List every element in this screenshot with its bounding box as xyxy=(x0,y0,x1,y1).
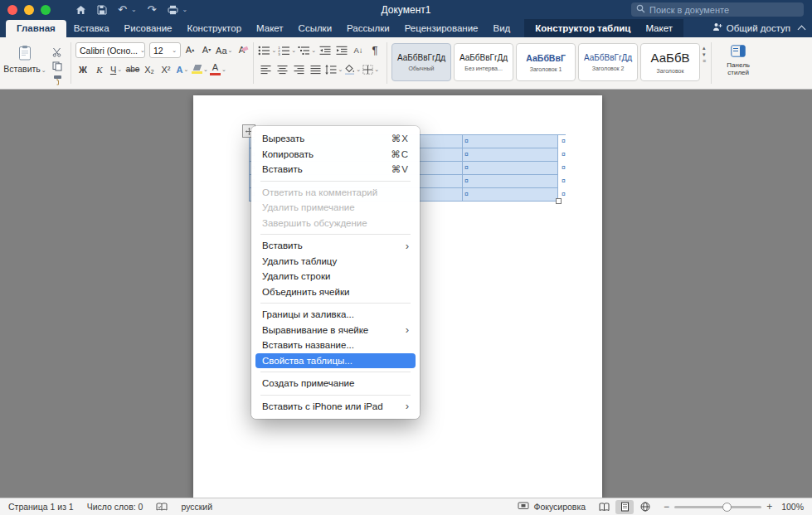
numbered-list-button[interactable]: 123⌄ xyxy=(278,42,296,58)
style-card-heading1[interactable]: АаБбВвГ Заголовок 1 xyxy=(516,43,576,81)
home-icon[interactable] xyxy=(75,5,86,15)
shrink-font-button[interactable]: А▾ xyxy=(199,42,214,58)
zoom-out-button[interactable]: − xyxy=(664,501,669,513)
align-left-button[interactable] xyxy=(258,61,273,77)
menu-item-delete-rows[interactable]: Удалить строки xyxy=(251,269,420,284)
gallery-up-icon[interactable]: ▴ xyxy=(703,45,706,51)
share-button[interactable]: Общий доступ xyxy=(712,22,790,33)
cut-icon[interactable] xyxy=(50,45,65,59)
zoom-in-button[interactable]: + xyxy=(766,501,772,513)
bullet-list-button[interactable]: ⌄ xyxy=(258,42,276,58)
text-effects-button[interactable]: А⌄ xyxy=(175,61,190,77)
bold-button[interactable]: Ж xyxy=(75,61,90,77)
menu-item-insert[interactable]: Вставить› xyxy=(251,238,420,254)
font-color-button[interactable]: А⌄ xyxy=(210,61,226,77)
undo-menu-chevron-icon[interactable]: ⌄ xyxy=(131,7,137,13)
tab-design[interactable]: Конструктор xyxy=(179,20,249,37)
tab-table-layout[interactable]: Макет xyxy=(638,20,680,37)
table-cell[interactable]: ¤ xyxy=(463,175,558,188)
superscript-button[interactable]: X² xyxy=(158,61,173,77)
sort-button[interactable]: А↓ xyxy=(351,42,366,58)
save-icon[interactable] xyxy=(97,5,107,15)
show-formatting-marks-button[interactable]: ¶ xyxy=(367,42,382,58)
style-card-normal[interactable]: АаБбВвГгДд Обычный xyxy=(391,43,451,81)
focus-mode-button[interactable]: Фокусировка xyxy=(518,502,586,513)
menu-item-copy[interactable]: Копировать⌘C xyxy=(251,147,420,163)
word-count[interactable]: Число слов: 0 xyxy=(87,502,143,512)
line-spacing-button[interactable]: ⌄ xyxy=(324,61,343,77)
table-resize-handle[interactable] xyxy=(556,198,562,204)
change-case-button[interactable]: Аа⌄ xyxy=(216,42,232,58)
multilevel-list-button[interactable]: ⌄ xyxy=(298,42,316,58)
align-center-button[interactable] xyxy=(275,61,289,77)
tab-view[interactable]: Вид xyxy=(486,20,518,37)
close-button[interactable] xyxy=(7,5,17,15)
menu-item-insert-caption[interactable]: Вставить название... xyxy=(251,338,420,353)
menu-item-delete-table[interactable]: Удалить таблицу xyxy=(251,254,420,270)
italic-button[interactable]: К xyxy=(92,61,107,77)
search-field[interactable]: Поиск в документе xyxy=(631,2,804,17)
toolbar-options-icon[interactable]: ⌄ xyxy=(182,7,188,13)
gallery-expand-icon[interactable]: ≡ xyxy=(703,58,706,64)
tab-home[interactable]: Главная xyxy=(6,20,66,37)
read-mode-icon[interactable] xyxy=(595,500,613,514)
share-label: Общий доступ xyxy=(727,23,790,33)
style-card-no-spacing[interactable]: АаБбВвГгДд Без интерва... xyxy=(454,43,513,81)
tab-table-design[interactable]: Конструктор таблиц xyxy=(528,20,638,37)
tab-draw[interactable]: Рисование xyxy=(117,20,180,37)
text-effects-letter: А xyxy=(177,65,183,75)
web-layout-icon[interactable] xyxy=(636,500,654,514)
font-name-combo[interactable]: Calibri (Осно...⌄ xyxy=(75,42,145,58)
decrease-indent-button[interactable] xyxy=(318,42,333,58)
undo-icon[interactable]: ↶ xyxy=(118,4,127,15)
tab-insert[interactable]: Вставка xyxy=(66,20,117,37)
minimize-button[interactable] xyxy=(24,5,34,15)
increase-indent-button[interactable] xyxy=(334,42,349,58)
copy-icon[interactable] xyxy=(50,59,65,73)
menu-item-new-comment[interactable]: Создать примечание xyxy=(251,376,420,391)
redo-icon[interactable]: ↷ xyxy=(148,4,157,15)
zoom-slider[interactable] xyxy=(674,506,761,508)
align-right-button[interactable] xyxy=(291,61,306,77)
menu-item-cell-alignment[interactable]: Выравнивание в ячейке› xyxy=(251,323,420,338)
menu-item-insert-from-iphone[interactable]: Вставить с iPhone или iPad› xyxy=(251,399,420,415)
tab-references[interactable]: Ссылки xyxy=(291,20,340,37)
menu-item-borders-shading[interactable]: Границы и заливка... xyxy=(251,307,420,323)
zoom-slider-thumb[interactable] xyxy=(722,503,732,512)
font-size-combo[interactable]: 12⌄ xyxy=(149,42,181,58)
tab-mailings[interactable]: Рассылки xyxy=(339,20,397,37)
zoom-level[interactable]: 100% xyxy=(781,502,804,512)
justify-button[interactable] xyxy=(308,61,323,77)
menu-item-table-properties[interactable]: Свойства таблицы... xyxy=(255,353,416,369)
fullscreen-button[interactable] xyxy=(41,5,51,15)
collapse-ribbon-icon[interactable] xyxy=(798,26,806,34)
menu-item-cut[interactable]: Вырезать⌘X xyxy=(251,131,420,147)
page-count[interactable]: Страница 1 из 1 xyxy=(8,502,74,512)
tab-layout[interactable]: Макет xyxy=(249,20,291,37)
table-cell[interactable]: ¤ xyxy=(463,162,558,175)
format-painter-icon[interactable] xyxy=(50,73,65,87)
underline-button[interactable]: Ч⌄ xyxy=(109,61,124,77)
spellcheck-icon[interactable] xyxy=(156,503,168,512)
tab-review[interactable]: Рецензирование xyxy=(397,20,486,37)
paste-button[interactable]: Вставить⌄ xyxy=(5,42,45,89)
styles-pane-button[interactable]: Панель стилей xyxy=(716,41,761,77)
table-cell[interactable]: ¤ xyxy=(463,188,558,202)
print-icon[interactable] xyxy=(168,5,178,15)
subscript-button[interactable]: X₂ xyxy=(142,61,157,77)
highlight-color-button[interactable]: ⌄ xyxy=(192,61,208,77)
menu-item-paste[interactable]: Вставить⌘V xyxy=(251,162,420,177)
shading-button[interactable]: ⌄ xyxy=(344,61,361,77)
strikethrough-button[interactable]: abe xyxy=(125,61,140,77)
table-cell[interactable]: ¤ xyxy=(463,148,558,162)
print-layout-icon[interactable] xyxy=(615,500,634,514)
clear-formatting-button[interactable]: А xyxy=(234,42,249,58)
menu-item-merge-cells[interactable]: Объединить ячейки xyxy=(251,284,420,300)
style-card-title[interactable]: АаБбВ Заголовок xyxy=(640,43,700,81)
language-selector[interactable]: русский xyxy=(181,502,212,512)
borders-button[interactable]: ⌄ xyxy=(362,61,379,77)
style-card-heading2[interactable]: АаБбВвГгДд Заголовок 2 xyxy=(578,43,638,81)
grow-font-button[interactable]: А▴ xyxy=(182,42,197,58)
table-cell[interactable]: ¤ xyxy=(463,135,558,148)
gallery-down-icon[interactable]: ▾ xyxy=(703,51,706,58)
